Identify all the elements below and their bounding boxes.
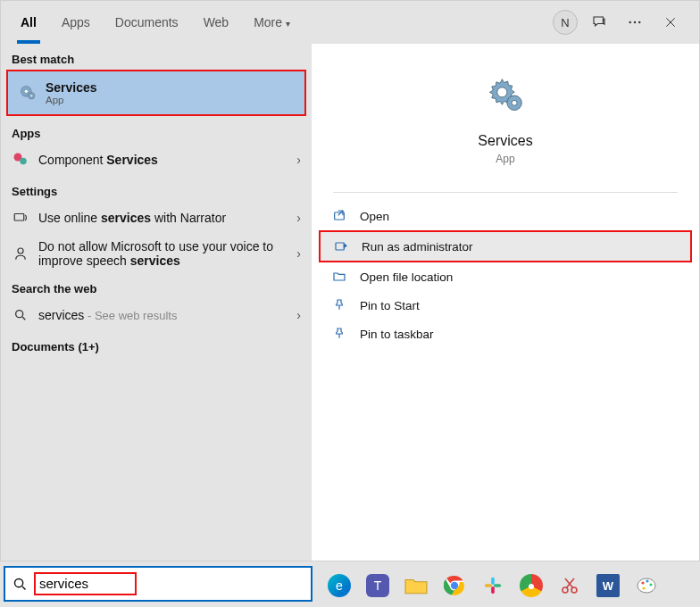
taskbar-chrome-icon[interactable] xyxy=(437,568,472,603)
pin-icon xyxy=(331,297,347,313)
taskbar-chrome-canary-icon[interactable]: ● xyxy=(513,568,549,603)
speech-label: Do not allow Microsoft to use your voice… xyxy=(38,239,288,268)
apps-header: Apps xyxy=(1,118,312,144)
shield-icon xyxy=(333,238,349,254)
speech-icon xyxy=(12,245,29,262)
divider xyxy=(333,192,678,193)
best-match-sub: App xyxy=(46,95,294,105)
svg-point-29 xyxy=(641,581,644,584)
best-match-result-services[interactable]: Services App xyxy=(6,70,306,116)
folder-icon xyxy=(331,269,347,285)
svg-point-14 xyxy=(512,100,517,105)
svg-rect-22 xyxy=(491,578,495,585)
settings-header: Settings xyxy=(1,176,312,202)
narrator-icon xyxy=(12,209,29,227)
svg-point-1 xyxy=(634,21,636,23)
action-pintask-label: Pin to taskbar xyxy=(360,328,434,341)
chevron-right-icon: › xyxy=(296,153,301,167)
feedback-icon[interactable] xyxy=(585,8,613,37)
result-web-services[interactable]: services - See web results › xyxy=(1,299,312,331)
svg-point-8 xyxy=(20,158,27,165)
tab-web[interactable]: Web xyxy=(191,1,242,44)
preview-title: Services xyxy=(478,133,532,149)
svg-rect-16 xyxy=(336,243,344,250)
action-open-file-location[interactable]: Open file location xyxy=(319,262,692,291)
svg-point-31 xyxy=(649,583,652,586)
narrator-label: Use online services with Narrator xyxy=(38,211,288,225)
action-openloc-label: Open file location xyxy=(360,270,453,284)
taskbar: e T ● W xyxy=(316,564,700,607)
search-icon xyxy=(11,575,29,593)
tab-documents[interactable]: Documents xyxy=(103,1,191,44)
chevron-right-icon: › xyxy=(296,308,301,322)
preview-sub: App xyxy=(496,153,514,165)
search-icon xyxy=(12,306,29,324)
svg-point-32 xyxy=(642,586,645,589)
search-input-highlight xyxy=(34,572,137,595)
result-speech-services[interactable]: Do not allow Microsoft to use your voice… xyxy=(1,234,312,273)
svg-point-12 xyxy=(497,87,507,97)
taskbar-explorer-icon[interactable] xyxy=(398,568,434,603)
tab-all[interactable]: All xyxy=(8,1,49,44)
result-narrator-services[interactable]: Use online services with Narrator › xyxy=(1,202,312,234)
tab-apps[interactable]: Apps xyxy=(49,1,103,44)
search-input[interactable] xyxy=(39,576,131,591)
avatar[interactable]: N xyxy=(553,10,578,35)
close-icon[interactable] xyxy=(656,8,685,37)
gear-icon xyxy=(486,76,525,115)
open-icon xyxy=(331,208,347,224)
action-run-as-administrator[interactable]: Run as administrator xyxy=(319,230,692,262)
best-match-header: Best match xyxy=(1,44,312,70)
titlebar-actions: N xyxy=(553,8,692,37)
gear-icon xyxy=(19,84,37,102)
svg-point-21 xyxy=(452,583,457,588)
chevron-right-icon: › xyxy=(296,246,301,261)
web-header: Search the web xyxy=(1,273,312,299)
action-open-label: Open xyxy=(360,210,389,223)
svg-rect-9 xyxy=(14,214,24,221)
svg-point-6 xyxy=(30,95,33,97)
taskbar-teams-icon[interactable]: T xyxy=(360,568,396,603)
pin-icon xyxy=(331,326,347,342)
svg-point-2 xyxy=(638,21,640,23)
svg-rect-23 xyxy=(485,584,492,587)
action-pin-to-start[interactable]: Pin to Start xyxy=(319,291,692,320)
svg-rect-24 xyxy=(491,586,495,594)
component-services-label: Component Services xyxy=(38,153,288,167)
chevron-right-icon: › xyxy=(296,211,301,225)
svg-point-17 xyxy=(14,578,22,586)
tab-more[interactable]: More▾ xyxy=(241,1,303,44)
component-services-icon xyxy=(12,151,29,169)
filter-tabs: All Apps Documents Web More▾ N xyxy=(1,1,699,44)
action-pinstart-label: Pin to Start xyxy=(360,299,420,312)
preview-header: Services App xyxy=(312,44,699,176)
svg-point-4 xyxy=(24,89,28,93)
action-open[interactable]: Open xyxy=(319,202,692,230)
documents-header: Documents (1+) xyxy=(1,331,312,357)
svg-rect-25 xyxy=(494,584,501,587)
taskbar-snip-icon[interactable] xyxy=(552,568,588,603)
preview-actions: Open Run as administrator Open file loca… xyxy=(312,198,699,352)
more-options-icon[interactable] xyxy=(621,8,649,37)
start-search-window: All Apps Documents Web More▾ N Best matc… xyxy=(0,0,700,561)
taskbar-slack-icon[interactable] xyxy=(475,568,511,603)
chevron-down-icon: ▾ xyxy=(286,19,290,29)
svg-point-11 xyxy=(16,311,23,318)
results-pane: Best match Services App Apps Component S… xyxy=(1,44,312,561)
result-component-services[interactable]: Component Services › xyxy=(1,144,312,176)
best-match-text: Services App xyxy=(46,80,294,105)
taskbar-paint-icon[interactable] xyxy=(629,568,664,603)
action-runadmin-label: Run as administrator xyxy=(362,240,473,254)
taskbar-edge-icon[interactable]: e xyxy=(321,568,357,603)
preview-pane: Services App Open Run as administrator O… xyxy=(312,44,699,561)
svg-point-0 xyxy=(629,21,631,23)
taskbar-word-icon[interactable]: W xyxy=(590,568,626,603)
best-match-title: Services xyxy=(46,80,294,95)
search-body: Best match Services App Apps Component S… xyxy=(1,44,699,561)
search-box[interactable] xyxy=(4,566,312,602)
svg-point-10 xyxy=(18,248,23,254)
web-result-label: services - See web results xyxy=(38,307,288,323)
action-pin-to-taskbar[interactable]: Pin to taskbar xyxy=(319,320,692,348)
svg-point-30 xyxy=(646,579,648,582)
